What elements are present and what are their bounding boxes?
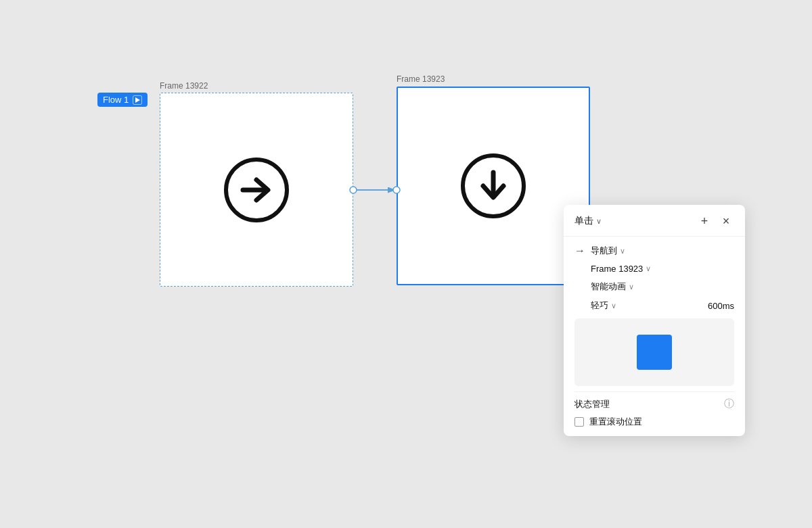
play-icon bbox=[133, 95, 142, 105]
reset-scroll-row: 重置滚动位置 bbox=[574, 416, 734, 428]
panel-divider bbox=[574, 391, 734, 392]
info-icon[interactable]: ⓘ bbox=[724, 398, 734, 410]
action-chevron-icon: ∨ bbox=[620, 247, 625, 256]
easing-chevron-icon: ∨ bbox=[611, 302, 616, 310]
canvas: Frame 13922 Frame 13923 Flow 1 bbox=[0, 0, 812, 528]
close-panel-button[interactable]: × bbox=[718, 213, 734, 229]
add-interaction-button[interactable]: + bbox=[696, 213, 713, 229]
trigger-chevron-icon: ∨ bbox=[596, 217, 602, 226]
frame-13923[interactable] bbox=[397, 87, 590, 285]
svg-marker-1 bbox=[135, 97, 140, 103]
destination-selector[interactable]: Frame 13923 ∨ bbox=[591, 264, 651, 274]
trigger-selector[interactable]: 单击 ∨ bbox=[574, 215, 602, 227]
frame-13922[interactable] bbox=[160, 93, 353, 287]
easing-selector[interactable]: 轻巧 ∨ bbox=[591, 299, 702, 312]
easing-row: 轻巧 ∨ 600ms bbox=[574, 299, 734, 312]
state-mgmt-label: 状态管理 bbox=[574, 398, 610, 410]
frame-label-13922: Frame 13922 bbox=[160, 81, 208, 91]
state-mgmt-row: 状态管理 ⓘ bbox=[574, 398, 734, 410]
action-row: → 导航到 ∨ bbox=[574, 245, 734, 257]
frame-label-13923: Frame 13923 bbox=[397, 74, 445, 84]
animation-selector[interactable]: 智能动画 ∨ bbox=[591, 281, 634, 293]
right-arrow-icon bbox=[223, 156, 290, 224]
action-label[interactable]: 导航到 ∨ bbox=[591, 245, 625, 257]
animation-row: 智能动画 ∨ bbox=[574, 281, 734, 293]
down-arrow-icon bbox=[459, 152, 527, 220]
easing-preview bbox=[574, 318, 734, 386]
trigger-label: 单击 bbox=[574, 215, 593, 227]
flow-badge[interactable]: Flow 1 bbox=[97, 93, 148, 107]
easing-square bbox=[637, 335, 672, 370]
interaction-panel: 单击 ∨ + × → 导航到 ∨ Frame 13923 bbox=[564, 205, 745, 436]
reset-scroll-label: 重置滚动位置 bbox=[589, 416, 642, 428]
duration-value: 600ms bbox=[708, 301, 734, 311]
animation-chevron-icon: ∨ bbox=[629, 283, 634, 291]
panel-body: → 导航到 ∨ Frame 13923 ∨ 智能动画 ∨ bbox=[564, 237, 745, 436]
reset-scroll-checkbox[interactable] bbox=[574, 417, 584, 427]
destination-row: Frame 13923 ∨ bbox=[574, 264, 734, 274]
destination-chevron-icon: ∨ bbox=[646, 264, 651, 273]
flow-badge-label: Flow 1 bbox=[103, 95, 129, 105]
panel-header: 单击 ∨ + × bbox=[564, 205, 745, 237]
action-arrow-icon: → bbox=[574, 245, 585, 257]
panel-header-actions: + × bbox=[696, 213, 734, 229]
